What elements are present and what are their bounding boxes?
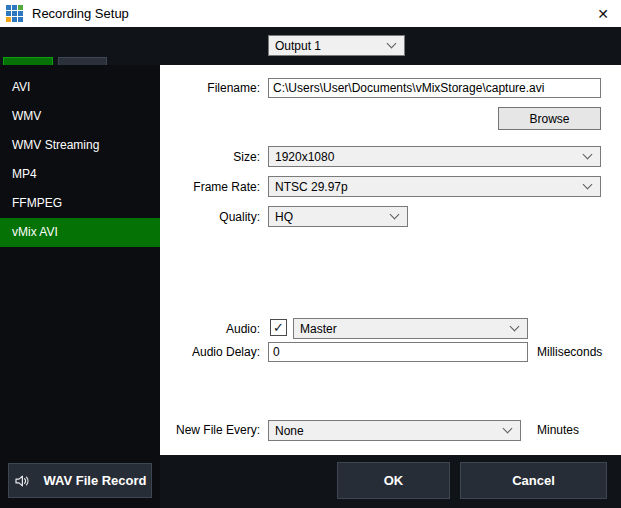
window-title: Recording Setup bbox=[32, 0, 129, 27]
size-select[interactable]: 1920x1080 bbox=[268, 146, 601, 167]
minutes-label: Minutes bbox=[537, 423, 579, 437]
filename-label: Filename: bbox=[165, 81, 260, 95]
new-file-every-label: New File Every: bbox=[165, 423, 260, 437]
size-select-value: 1920x1080 bbox=[275, 150, 334, 164]
audio-bus-select-value: Master bbox=[300, 322, 337, 336]
sidebar-item-avi[interactable]: AVI bbox=[0, 73, 160, 102]
new-file-every-select-value: None bbox=[275, 424, 304, 438]
chevron-down-icon bbox=[503, 424, 513, 434]
milliseconds-label: Milliseconds bbox=[537, 345, 602, 359]
close-icon[interactable]: ✕ bbox=[588, 0, 618, 27]
cancel-button[interactable]: Cancel bbox=[460, 462, 607, 499]
frame-rate-select[interactable]: NTSC 29.97p bbox=[268, 176, 601, 197]
filename-input[interactable] bbox=[268, 78, 601, 98]
audio-label: Audio: bbox=[165, 322, 260, 336]
chevron-down-icon bbox=[510, 322, 520, 332]
sidebar-item-ffmpeg[interactable]: FFMPEG bbox=[0, 189, 160, 218]
frame-rate-label: Frame Rate: bbox=[165, 180, 260, 194]
sidebar-item-vmix-avi[interactable]: vMix AVI bbox=[0, 218, 160, 247]
format-sidebar: AVI WMV WMV Streaming MP4 FFMPEG vMix AV… bbox=[0, 65, 160, 508]
speaker-icon bbox=[13, 472, 31, 490]
audio-bus-select[interactable]: Master bbox=[293, 318, 528, 339]
quality-select-value: HQ bbox=[275, 210, 293, 224]
chevron-down-icon bbox=[387, 39, 397, 49]
ok-button[interactable]: OK bbox=[337, 462, 450, 499]
sidebar-item-mp4[interactable]: MP4 bbox=[0, 160, 160, 189]
chevron-down-icon bbox=[583, 180, 593, 190]
frame-rate-select-value: NTSC 29.97p bbox=[275, 180, 348, 194]
audio-delay-input[interactable] bbox=[268, 342, 528, 362]
quality-select[interactable]: HQ bbox=[268, 206, 408, 227]
audio-delay-label: Audio Delay: bbox=[165, 345, 260, 359]
format-list: AVI WMV WMV Streaming MP4 FFMPEG vMix AV… bbox=[0, 73, 160, 247]
browse-button[interactable]: Browse bbox=[498, 107, 601, 130]
wav-file-record-label: WAV File Record bbox=[43, 473, 146, 488]
audio-checkbox[interactable]: ✓ bbox=[270, 319, 287, 336]
checkmark-icon: ✓ bbox=[273, 320, 284, 335]
chevron-down-icon bbox=[583, 150, 593, 160]
recording-setup-window: Recording Setup ✕ 1 2 Output 1 AVI WMV W… bbox=[0, 0, 621, 508]
quality-label: Quality: bbox=[165, 210, 260, 224]
settings-panel: Filename: Browse Size: 1920x1080 Frame R… bbox=[160, 65, 621, 455]
wav-file-record-button[interactable]: WAV File Record bbox=[8, 463, 152, 498]
size-label: Size: bbox=[165, 150, 260, 164]
title-bar: Recording Setup ✕ bbox=[0, 0, 621, 27]
output-select-value: Output 1 bbox=[275, 39, 321, 53]
sidebar-item-wmv-streaming[interactable]: WMV Streaming bbox=[0, 131, 160, 160]
sidebar-item-wmv[interactable]: WMV bbox=[0, 102, 160, 131]
vmix-logo-icon bbox=[6, 5, 23, 22]
new-file-every-select[interactable]: None bbox=[268, 420, 521, 441]
output-select[interactable]: Output 1 bbox=[268, 35, 405, 56]
chevron-down-icon bbox=[390, 210, 400, 220]
